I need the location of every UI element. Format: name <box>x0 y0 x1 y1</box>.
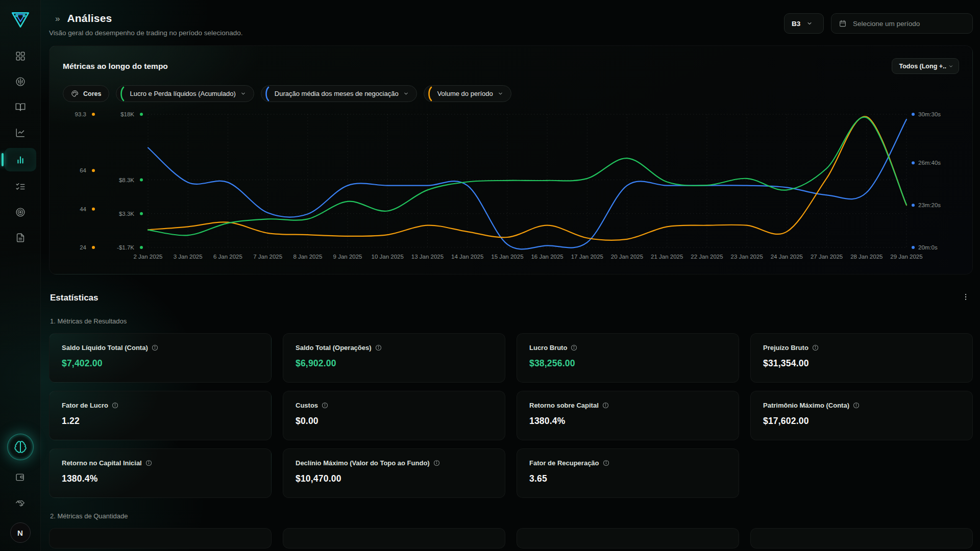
svg-text:10 Jan 2025: 10 Jan 2025 <box>372 254 404 260</box>
stat-card-prejuizo-bruto: Prejuízo Bruto $31,354.00 <box>750 333 973 383</box>
document-icon <box>15 232 26 243</box>
stat-card-label: Fator de Recuperação <box>529 459 599 467</box>
sidebar-bottom: N <box>7 434 34 543</box>
svg-text:27 Jan 2025: 27 Jan 2025 <box>811 254 843 260</box>
stat-card-label: Lucro Bruto <box>529 344 567 352</box>
sidebar-item-mindset[interactable] <box>5 71 36 92</box>
info-icon[interactable] <box>812 344 819 351</box>
svg-text:20m:0s: 20m:0s <box>918 244 938 251</box>
chart-plot-area[interactable]: 93.3644424$18K$8.3K$3.3K-$1.7K30m:30s26m… <box>63 109 959 268</box>
svg-text:44: 44 <box>80 206 86 212</box>
sidebar-item-reports[interactable] <box>5 228 36 248</box>
statistics-menu-button[interactable] <box>961 293 971 303</box>
svg-text:$3.3K: $3.3K <box>119 211 134 217</box>
dashboard-grid-icon <box>15 51 26 62</box>
stat-card-value: 1380.4% <box>529 416 726 427</box>
info-icon[interactable] <box>853 402 860 409</box>
stat-card-value: $7,402.00 <box>62 358 259 369</box>
stat-card-retorno-capital-inicial: Retorno no Capital Inicial 1380.4% <box>49 448 272 498</box>
stat-card-declinio-maximo: Declínio Máximo (Valor do Topo ao Fundo)… <box>283 448 505 498</box>
partners-button[interactable] <box>10 494 31 511</box>
sidebar-item-performance[interactable] <box>5 122 36 143</box>
metrics-line-chart[interactable]: 93.3644424$18K$8.3K$3.3K-$1.7K30m:30s26m… <box>63 109 959 268</box>
info-icon[interactable] <box>603 460 609 466</box>
stat-card-fator-de-recuperacao: Fator de Recuperação 3.65 <box>517 448 739 498</box>
stat-card <box>517 528 739 548</box>
sidebar-nav <box>0 46 40 248</box>
chart-title: Métricas ao longo do tempo <box>63 62 168 71</box>
sidebar-item-analytics[interactable] <box>5 148 36 171</box>
stat-card-label: Saldo Líquido Total (Conta) <box>62 344 148 352</box>
series-selector-duration[interactable]: Duração média dos meses de negociação <box>261 85 417 102</box>
info-icon[interactable] <box>433 460 440 466</box>
series-selector-volume[interactable]: Volume do período <box>424 85 511 102</box>
series-color-arc <box>427 86 433 102</box>
stat-cards-row-1: Saldo Líquido Total (Conta) $7,402.00 Sa… <box>49 333 973 383</box>
stat-card-value: $31,354.00 <box>763 358 960 369</box>
svg-text:3 Jan 2025: 3 Jan 2025 <box>174 254 203 260</box>
info-icon[interactable] <box>112 402 118 409</box>
svg-text:13 Jan 2025: 13 Jan 2025 <box>411 254 444 260</box>
statistics-title: Estatísticas <box>50 293 99 303</box>
sidebar-item-journal[interactable] <box>5 97 36 117</box>
svg-text:17 Jan 2025: 17 Jan 2025 <box>571 254 603 260</box>
stat-card-value: 1.22 <box>62 416 259 427</box>
svg-text:24: 24 <box>80 244 86 251</box>
series-selector-label: Volume do período <box>437 90 493 97</box>
kebab-menu-icon <box>962 293 970 301</box>
stat-card-label: Saldo Total (Operações) <box>296 344 372 352</box>
target-icon <box>15 207 26 218</box>
series-selector-pnl[interactable]: Lucro e Perda líquidos (Acumulado) <box>116 85 254 102</box>
info-icon[interactable] <box>322 402 328 409</box>
svg-text:15 Jan 2025: 15 Jan 2025 <box>491 254 523 260</box>
svg-text:26m:40s: 26m:40s <box>918 160 941 166</box>
chevron-down-icon <box>948 64 953 69</box>
app-logo-icon[interactable] <box>10 9 31 31</box>
user-avatar[interactable]: N <box>10 522 31 543</box>
topbar: » Análises Visão geral do desempenho de … <box>49 0 973 37</box>
statistics-section: Estatísticas 1. Métricas de Resultados S… <box>49 293 973 548</box>
info-icon[interactable] <box>571 344 577 351</box>
svg-text:6 Jan 2025: 6 Jan 2025 <box>213 254 242 260</box>
line-chart-icon <box>15 127 26 138</box>
stat-card-label: Custos <box>296 402 318 409</box>
svg-text:2 Jan 2025: 2 Jan 2025 <box>134 254 163 260</box>
sidebar-item-goals[interactable] <box>5 202 36 222</box>
page-title: Análises <box>67 12 112 24</box>
chevron-down-icon <box>403 91 409 96</box>
collapse-sidebar-icon[interactable]: » <box>55 14 60 23</box>
stat-card-patrimonio-maximo: Patrimônio Máximo (Conta) $17,602.00 <box>750 391 973 440</box>
svg-text:16 Jan 2025: 16 Jan 2025 <box>531 254 563 260</box>
sidebar-item-checklist[interactable] <box>5 177 36 197</box>
stat-card-retorno-sobre-capital: Retorno sobre Capital 1380.4% <box>517 391 739 440</box>
stat-card-custos: Custos $0.00 <box>283 391 505 440</box>
exchange-selector[interactable]: B3 <box>784 13 824 34</box>
info-icon[interactable] <box>375 344 382 351</box>
ai-assistant-button[interactable] <box>7 434 34 460</box>
svg-text:23 Jan 2025: 23 Jan 2025 <box>731 254 763 260</box>
wallet-icon <box>15 472 26 483</box>
info-icon[interactable] <box>602 402 609 409</box>
stat-card-saldo-total-operacoes: Saldo Total (Operações) $6,902.00 <box>283 333 505 383</box>
colors-button[interactable]: Cores <box>63 85 109 102</box>
glowing-brain-icon <box>14 440 27 454</box>
period-input[interactable] <box>853 20 955 28</box>
series-selector-label: Lucro e Perda líquidos (Acumulado) <box>130 90 235 97</box>
wallet-button[interactable] <box>10 468 31 486</box>
svg-text:22 Jan 2025: 22 Jan 2025 <box>691 254 723 260</box>
sidebar-item-dashboard[interactable] <box>5 46 36 66</box>
series-color-arc <box>264 86 270 102</box>
info-icon[interactable] <box>145 460 152 466</box>
stat-card-value: $38,256.00 <box>529 358 726 369</box>
svg-text:7 Jan 2025: 7 Jan 2025 <box>253 254 282 260</box>
period-picker[interactable] <box>831 13 973 34</box>
stat-cards-row-4-partial <box>49 528 973 548</box>
direction-filter-button[interactable]: Todos (Long +.. <box>892 58 959 74</box>
series-selector-label: Duração média dos meses de negociação <box>275 90 399 97</box>
stat-card-fator-de-lucro: Fator de Lucro 1.22 <box>49 391 272 440</box>
svg-text:-$1.7K: -$1.7K <box>117 244 134 251</box>
svg-text:28 Jan 2025: 28 Jan 2025 <box>850 254 883 260</box>
stat-card-label: Patrimônio Máximo (Conta) <box>763 402 849 409</box>
stat-cards-row-2: Fator de Lucro 1.22 Custos $0.00 Retorno… <box>49 391 973 440</box>
info-icon[interactable] <box>152 344 158 351</box>
